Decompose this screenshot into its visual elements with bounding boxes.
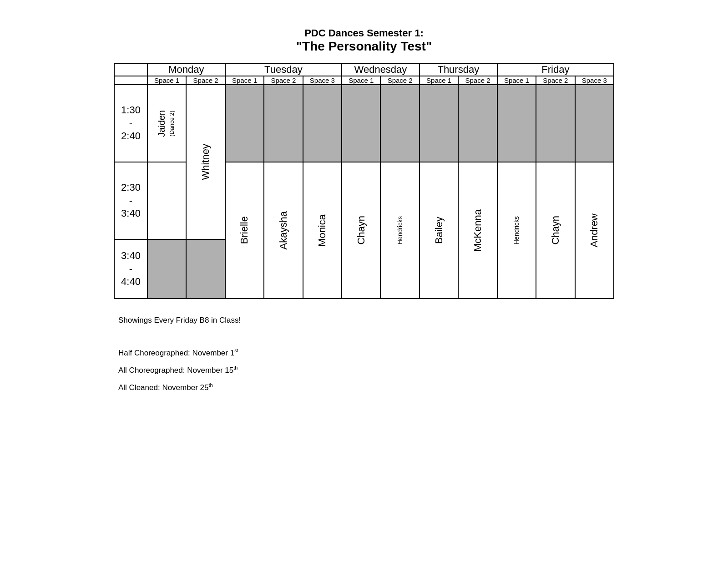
title-line2: "The Personality Test"	[114, 39, 614, 54]
wed-s2-130-gray	[380, 85, 419, 162]
main-schedule-table: Monday Tuesday Wednesday Thursday Friday…	[114, 63, 614, 299]
sh-f2: Space 2	[536, 76, 575, 85]
all-cleaned-note: All Cleaned: November 25th	[118, 380, 614, 396]
sh-f3: Space 3	[575, 76, 614, 85]
sh-th2: Space 2	[458, 76, 497, 85]
tue-s2-akaysha: Akaysha	[264, 162, 303, 299]
monica-label: Monica	[316, 211, 328, 250]
time-230: 2:30-3:40	[114, 162, 147, 239]
chayn1-label: Chayn	[355, 212, 367, 249]
mon-s2-whitney: Whitney	[186, 85, 225, 239]
hendricks2-label: Hendricks	[513, 213, 520, 248]
fri-s3-130-gray	[575, 85, 614, 162]
tue-s1-brielle: Brielle	[225, 162, 264, 299]
mon-s1-jaiden: Jaiden(Dance 2)	[147, 85, 186, 162]
wed-s2-hendricks: Hendricks	[380, 162, 419, 299]
tue-s2-130-gray	[264, 85, 303, 162]
mon-s1-340-gray	[147, 239, 186, 299]
tue-hdr: Tuesday	[225, 63, 342, 76]
tue-s3-monica: Monica	[303, 162, 342, 299]
hendricks1-label: Hendricks	[396, 213, 404, 248]
sh-f1: Space 1	[497, 76, 536, 85]
mon-hdr: Monday	[147, 63, 225, 76]
title-block: PDC Dances Semester 1: "The Personality …	[114, 27, 614, 54]
title-line1: PDC Dances Semester 1:	[114, 27, 614, 39]
notes-section: Showings Every Friday B8 in Class! Half …	[114, 313, 614, 396]
mon-s2-340-gray	[186, 239, 225, 299]
showings-note: Showings Every Friday B8 in Class!	[118, 313, 614, 328]
mckenna-label: McKenna	[472, 206, 484, 255]
fri-s2-130-gray	[536, 85, 575, 162]
wed-s1-130-gray	[342, 85, 380, 162]
whitney-label: Whitney	[200, 140, 212, 183]
corner2	[114, 76, 147, 85]
time-130: 1:30-2:40	[114, 85, 147, 162]
half-choreo-note: Half Choreographed: November 1st	[118, 345, 614, 361]
corner	[114, 63, 147, 76]
bailey-label: Bailey	[433, 213, 445, 248]
sh-t2: Space 2	[264, 76, 303, 85]
thu-s2-mckenna: McKenna	[458, 162, 497, 299]
wed-s1-chayn: Chayn	[342, 162, 380, 299]
time-row-130: 1:30-2:40 Jaiden(Dance 2) Whitney	[114, 85, 614, 162]
fri-hdr: Friday	[497, 63, 614, 76]
all-choreo-note: All Choreographed: November 15th	[118, 363, 614, 378]
brielle-label: Brielle	[238, 213, 250, 248]
fri-s1-hendricks: Hendricks	[497, 162, 536, 299]
sh-th1: Space 1	[420, 76, 458, 85]
fri-s3-andrew: Andrew	[575, 162, 614, 299]
sh-m1: Space 1	[147, 76, 186, 85]
sh-t1: Space 1	[225, 76, 264, 85]
chayn2-label: Chayn	[550, 212, 561, 249]
fri-s2-chayn: Chayn	[536, 162, 575, 299]
sh-w2: Space 2	[380, 76, 419, 85]
andrew-label: Andrew	[588, 210, 600, 251]
akaysha-label: Akaysha	[278, 208, 289, 253]
thu-s1-130-gray	[420, 85, 458, 162]
tue-s1-130-gray	[225, 85, 264, 162]
thu-s1-bailey: Bailey	[420, 162, 458, 299]
thu-hdr: Thursday	[420, 63, 497, 76]
fri-s1-130-gray	[497, 85, 536, 162]
time-340: 3:40-4:40	[114, 239, 147, 299]
tue-s3-130-gray	[303, 85, 342, 162]
sh-w1: Space 1	[342, 76, 380, 85]
sh-m2: Space 2	[186, 76, 225, 85]
space-headers: Space 1 Space 2 Space 1 Space 2 Space 3 …	[114, 76, 614, 85]
day-headers: Monday Tuesday Wednesday Thursday Friday	[114, 63, 614, 76]
mon-s1-230-empty	[147, 162, 186, 239]
sh-t3: Space 3	[303, 76, 342, 85]
thu-s2-130-gray	[458, 85, 497, 162]
wed-hdr: Wednesday	[342, 63, 420, 76]
